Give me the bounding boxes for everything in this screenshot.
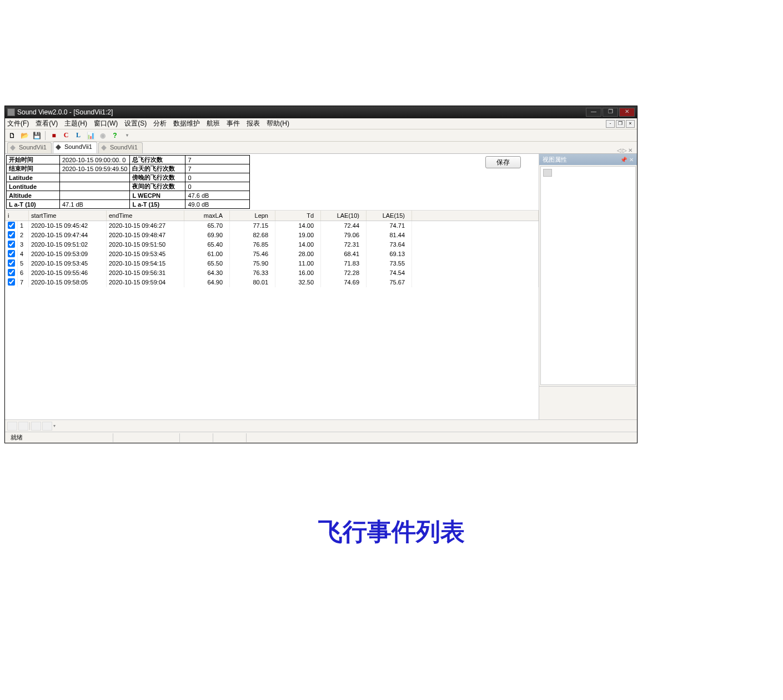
cell-maxla: 64.30 <box>184 268 230 278</box>
nav-first-icon[interactable] <box>7 422 17 431</box>
label-end-time: 结束时间 <box>7 164 60 173</box>
value-lat15: 49.0 dB <box>185 200 250 209</box>
label-night-flights: 夜间的飞行次数 <box>130 182 185 191</box>
letter-c-icon[interactable]: C <box>61 131 71 141</box>
menu-window[interactable]: 窗口(W) <box>94 119 118 128</box>
pin-icon <box>56 144 61 150</box>
cell-start: 2020-10-15 09:51:02 <box>29 240 107 249</box>
row-checkbox[interactable] <box>6 231 18 240</box>
menubar: 文件(F) 查看(V) 主题(H) 窗口(W) 设置(S) 分析 数据维护 航班… <box>5 118 637 129</box>
menu-analyze[interactable]: 分析 <box>153 119 167 128</box>
cell-i: 7 <box>18 278 29 287</box>
cell-lae15: 74.54 <box>367 268 412 278</box>
cell-td: 14.00 <box>275 221 321 231</box>
tab-2[interactable]: SoundVii1 <box>53 142 97 153</box>
menu-help[interactable]: 帮助(H) <box>267 119 289 128</box>
document-tabs: SoundVii1 SoundVii1 SoundVii1 ◁ ▷ ✕ <box>5 142 637 154</box>
row-checkbox[interactable] <box>6 278 18 287</box>
record-icon[interactable]: ◉ <box>98 131 108 141</box>
bottom-overflow-icon[interactable]: ▾ <box>53 423 56 428</box>
mdi-minimize-button[interactable]: - <box>606 120 615 128</box>
menu-theme[interactable]: 主题(H) <box>64 119 87 128</box>
tab-close-icon[interactable]: ✕ <box>628 147 633 153</box>
menu-report[interactable]: 报表 <box>247 119 260 128</box>
cell-lepn: 75.90 <box>230 259 275 268</box>
col-i[interactable]: i <box>6 211 29 221</box>
pin-icon <box>101 145 107 151</box>
col-lepn[interactable]: Lepn <box>230 211 275 221</box>
close-button[interactable]: ✕ <box>619 108 635 117</box>
row-checkbox[interactable] <box>6 221 18 231</box>
table-row[interactable]: 62020-10-15 09:55:462020-10-15 09:56:316… <box>6 268 539 278</box>
save-icon[interactable]: 💾 <box>32 131 42 141</box>
label-altitude: Altitude <box>7 191 60 200</box>
tab-next-icon[interactable]: ▷ <box>623 147 627 153</box>
menu-datamaint[interactable]: 数据维护 <box>173 119 200 128</box>
nav-last-icon[interactable] <box>42 422 52 431</box>
help-icon[interactable]: ? <box>110 131 120 141</box>
tab-1[interactable]: SoundVii1 <box>7 142 52 153</box>
table-row[interactable]: 32020-10-15 09:51:022020-10-15 09:51:506… <box>6 240 539 249</box>
event-grid[interactable]: i startTime endTime maxLA Lepn Td LAE(10… <box>5 210 539 419</box>
new-file-icon[interactable]: 🗋 <box>7 131 17 141</box>
table-row[interactable]: 12020-10-15 09:45:422020-10-15 09:46:276… <box>6 221 539 231</box>
row-checkbox[interactable] <box>6 268 18 278</box>
menu-file[interactable]: 文件(F) <box>7 119 29 128</box>
col-starttime[interactable]: startTime <box>29 211 107 221</box>
table-row[interactable]: 72020-10-15 09:58:052020-10-15 09:59:046… <box>6 278 539 287</box>
cell-start: 2020-10-15 09:53:45 <box>29 259 107 268</box>
maximize-button[interactable]: ❐ <box>603 108 618 117</box>
nav-next-icon[interactable] <box>31 422 41 431</box>
col-lae10[interactable]: LAE(10) <box>321 211 367 221</box>
value-longitude <box>60 182 130 191</box>
menu-view[interactable]: 查看(V) <box>36 119 58 128</box>
mdi-close-button[interactable]: × <box>626 120 635 128</box>
mdi-restore-button[interactable]: ❐ <box>616 120 625 128</box>
cell-end: 2020-10-15 09:53:45 <box>107 249 184 259</box>
cell-lae15: 75.67 <box>367 278 412 287</box>
letter-l-icon[interactable]: L <box>73 131 83 141</box>
nav-prev-icon[interactable] <box>18 422 28 431</box>
table-row[interactable]: 42020-10-15 09:53:092020-10-15 09:53:456… <box>6 249 539 259</box>
cell-lae10: 79.06 <box>321 231 367 240</box>
app-icon <box>7 108 15 116</box>
cell-td: 14.00 <box>275 240 321 249</box>
col-endtime[interactable]: endTime <box>107 211 184 221</box>
side-panel-footer <box>539 386 637 419</box>
label-lat10: L a-T (10) <box>7 200 60 209</box>
toolbar-overflow-icon[interactable]: ▾ <box>122 131 132 141</box>
label-longitude: Lontitude <box>7 182 60 191</box>
table-row[interactable]: 52020-10-15 09:53:452020-10-15 09:54:156… <box>6 259 539 268</box>
col-lae15[interactable]: LAE(15) <box>367 211 412 221</box>
label-day-flights: 白天的飞行次数 <box>130 164 185 173</box>
tab-prev-icon[interactable]: ◁ <box>617 147 621 153</box>
table-row[interactable]: 22020-10-15 09:47:442020-10-15 09:48:476… <box>6 231 539 240</box>
tab-3[interactable]: SoundVii1 <box>98 142 143 153</box>
cell-td: 11.00 <box>275 259 321 268</box>
menu-event[interactable]: 事件 <box>227 119 240 128</box>
properties-icon[interactable] <box>543 169 552 177</box>
row-checkbox[interactable] <box>6 259 18 268</box>
titlebar: Sound View2.0.0 - [SoundVii1:2] — ❐ ✕ <box>5 106 637 118</box>
cell-end: 2020-10-15 09:46:27 <box>107 221 184 231</box>
stop-icon[interactable]: ■ <box>49 131 59 141</box>
open-file-icon[interactable]: 📂 <box>19 131 29 141</box>
cell-lepn: 82.68 <box>230 231 275 240</box>
cell-lepn: 76.85 <box>230 240 275 249</box>
cell-i: 6 <box>18 268 29 278</box>
row-checkbox[interactable] <box>6 240 18 249</box>
chart-icon[interactable]: 📊 <box>86 131 96 141</box>
minimize-button[interactable]: — <box>586 108 601 117</box>
menu-settings[interactable]: 设置(S) <box>124 119 147 128</box>
col-td[interactable]: Td <box>275 211 321 221</box>
cell-i: 1 <box>18 221 29 231</box>
toolbar-separator <box>45 131 46 140</box>
side-pin-icon[interactable]: 📌 <box>620 157 627 163</box>
save-button[interactable]: 保存 <box>485 156 521 168</box>
cell-i: 4 <box>18 249 29 259</box>
side-close-icon[interactable]: ✕ <box>629 157 634 163</box>
row-checkbox[interactable] <box>6 249 18 259</box>
status-cell-2 <box>113 433 179 442</box>
menu-flight[interactable]: 航班 <box>207 119 220 128</box>
col-maxla[interactable]: maxLA <box>184 211 230 221</box>
